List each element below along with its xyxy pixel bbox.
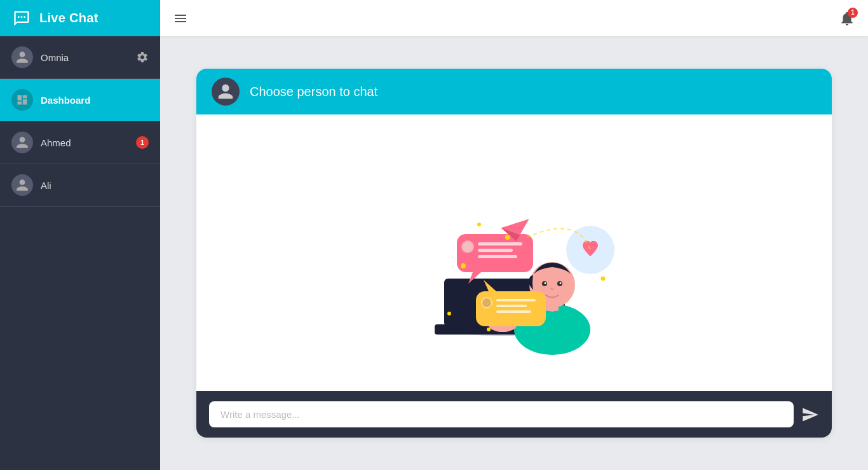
current-user-avatar xyxy=(11,46,33,68)
svg-rect-20 xyxy=(478,255,517,258)
svg-rect-18 xyxy=(478,242,522,245)
message-input[interactable] xyxy=(209,401,794,427)
svg-point-11 xyxy=(545,282,546,284)
settings-button[interactable] xyxy=(136,51,149,64)
topbar: 1 xyxy=(160,0,868,36)
svg-point-31 xyxy=(447,312,451,315)
chat-panel-wrapper: Choose person to chat xyxy=(160,36,868,470)
ali-label: Ali xyxy=(41,180,149,191)
ahmed-avatar xyxy=(11,132,33,153)
sidebar-item-ali[interactable]: Ali xyxy=(0,164,160,207)
svg-rect-25 xyxy=(496,305,527,307)
hamburger-button[interactable] xyxy=(173,11,188,26)
current-user-row: Omnia xyxy=(0,36,160,79)
ali-avatar xyxy=(11,174,33,196)
dashboard-icon xyxy=(11,89,33,111)
ahmed-badge: 1 xyxy=(136,136,149,149)
svg-point-12 xyxy=(560,282,562,284)
svg-point-0 xyxy=(18,16,20,18)
chat-illustration xyxy=(196,114,832,391)
sidebar-header: Live Chat xyxy=(0,0,160,36)
chat-header-title: Choose person to chat xyxy=(250,85,377,99)
svg-point-34 xyxy=(601,276,606,280)
svg-rect-21 xyxy=(476,291,546,326)
svg-point-1 xyxy=(21,16,23,18)
svg-rect-15 xyxy=(457,234,533,272)
chat-header-avatar xyxy=(212,78,240,106)
svg-rect-26 xyxy=(496,310,531,313)
svg-point-23 xyxy=(482,298,491,307)
svg-point-33 xyxy=(505,235,510,240)
svg-point-32 xyxy=(487,328,491,331)
chat-header: Choose person to chat xyxy=(196,69,832,114)
notification-count: 1 xyxy=(848,8,858,18)
svg-point-17 xyxy=(463,242,473,252)
svg-point-2 xyxy=(24,16,25,18)
chat-body xyxy=(196,114,832,391)
sidebar-item-ahmed[interactable]: Ahmed 1 xyxy=(0,121,160,164)
chat-footer xyxy=(196,391,832,438)
current-user-name: Omnia xyxy=(41,52,128,63)
main-content: 1 Choose person to chat xyxy=(160,0,868,470)
sidebar: Live Chat Omnia Dashboard Ahm xyxy=(0,0,160,470)
notification-button[interactable]: 1 xyxy=(839,10,855,27)
svg-point-35 xyxy=(477,223,481,226)
ahmed-label: Ahmed xyxy=(41,137,128,148)
chat-panel: Choose person to chat xyxy=(196,69,832,438)
chat-icon xyxy=(11,8,32,29)
app-title: Live Chat xyxy=(39,11,98,25)
dashboard-label: Dashboard xyxy=(41,95,149,106)
svg-point-30 xyxy=(461,263,466,268)
sidebar-item-dashboard[interactable]: Dashboard xyxy=(0,79,160,121)
svg-rect-24 xyxy=(496,299,536,301)
svg-rect-19 xyxy=(478,249,513,252)
send-button[interactable] xyxy=(801,406,819,424)
